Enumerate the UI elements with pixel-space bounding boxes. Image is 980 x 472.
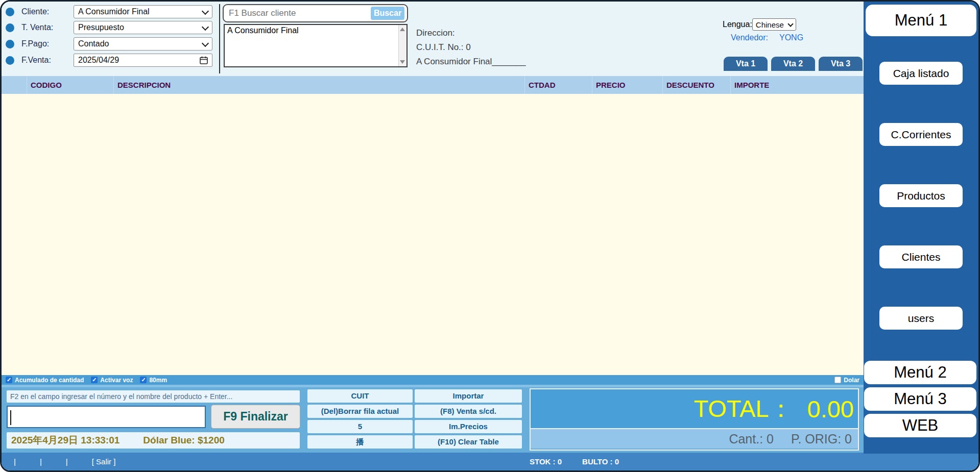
listbox-scrollbar[interactable] bbox=[398, 25, 407, 66]
status-separator: | bbox=[14, 453, 16, 470]
chevron-down-icon bbox=[202, 23, 209, 30]
col-importe: IMPORTE bbox=[731, 76, 864, 94]
items-table-body[interactable] bbox=[2, 94, 864, 375]
caja-listado-button[interactable]: Caja listado bbox=[879, 62, 963, 85]
80mm-label: 80mm bbox=[149, 377, 167, 384]
form-row-fventa: F.Venta: 2025/04/29 bbox=[6, 54, 212, 67]
im-precios-button[interactable]: Im.Precios bbox=[415, 420, 522, 433]
web-button[interactable]: WEB bbox=[864, 414, 976, 437]
dolar-checkbox[interactable] bbox=[834, 377, 841, 383]
datetime-text: 2025年4月29日 13:33:01 bbox=[11, 432, 119, 449]
col-selector bbox=[2, 76, 27, 94]
fventa-date-value: 2025/04/29 bbox=[78, 56, 119, 65]
sidebar: Menú 1 Caja listado C.Corrientes Product… bbox=[864, 2, 978, 454]
form-row-tventa: T. Venta: Presupuesto bbox=[6, 21, 212, 34]
cuit-button[interactable]: CUIT bbox=[307, 389, 413, 403]
menu1-button[interactable]: Menú 1 bbox=[866, 5, 976, 36]
form-row-cliente: Cliente: A Consumidor Final bbox=[6, 5, 212, 18]
client-result-item[interactable]: A Consumidor Final bbox=[225, 25, 407, 36]
bottom-panel: F2 en el campo ingresar el número y el n… bbox=[2, 387, 864, 453]
customer-info: Direccion: C.U.I.T. No.: 0 A Consumidor … bbox=[416, 26, 526, 69]
lengua-select[interactable]: Chinese bbox=[752, 18, 796, 31]
status-left: | | | [ Salir ] bbox=[14, 453, 115, 470]
action-button-grid: CUIT Importar (Del)Borrar fila actual (F… bbox=[307, 389, 522, 449]
ccorrientes-button[interactable]: C.Corrientes bbox=[879, 123, 963, 146]
status-separator: | bbox=[66, 453, 68, 470]
pos-window: Cliente: A Consumidor Final T. Venta: Pr… bbox=[0, 0, 980, 472]
clear-table-button[interactable]: (F10) Clear Table bbox=[415, 435, 522, 449]
items-table-header: CODIGO DESCRIPCION CTDAD PRECIO DESCUENT… bbox=[2, 76, 864, 94]
status-separator: | bbox=[40, 453, 42, 470]
datetime-bar: 2025年4月29日 13:33:01 Dólar Blue: $1200 bbox=[7, 432, 300, 449]
col-descuento: DESCUENTO bbox=[663, 76, 731, 94]
customer-name: A Consumidor Final_______ bbox=[416, 55, 526, 69]
dolar-blue-text: Dólar Blue: $1200 bbox=[143, 432, 224, 449]
cliente-label: Cliente: bbox=[21, 7, 74, 16]
cliente-select[interactable]: A Consumidor Final bbox=[74, 5, 212, 18]
dolar-label: Dolar bbox=[844, 377, 859, 384]
col-precio: PRECIO bbox=[592, 76, 663, 94]
status-bar: | | | [ Salir ] STOK : 0 BULTO : 0 bbox=[2, 453, 978, 470]
fpago-select-value: Contado bbox=[78, 39, 109, 48]
client-search-input[interactable] bbox=[226, 8, 371, 19]
acumulado-label: Acumulado de cantidad bbox=[15, 377, 84, 384]
porig-value: P. ORIG: 0 bbox=[791, 432, 852, 446]
cant-value: Cant.: 0 bbox=[729, 432, 774, 446]
stok-value: STOK : 0 bbox=[530, 453, 562, 470]
lengua-select-value: Chinese bbox=[756, 20, 784, 29]
acumulado-checkbox[interactable] bbox=[6, 377, 12, 383]
vendedor-value: YONG bbox=[779, 33, 803, 42]
total-panel: TOTAL： 0.00 Cant.: 0 P. ORIG: 0 bbox=[530, 388, 859, 451]
chevron-down-icon bbox=[202, 39, 209, 46]
options-strip: Acumulado de cantidad Activar voz 80mm D… bbox=[2, 375, 864, 385]
buscar-button[interactable]: Buscar bbox=[371, 7, 404, 20]
tab-vta-3[interactable]: Vta 3 bbox=[819, 57, 863, 71]
bo-button[interactable]: 播 bbox=[307, 435, 413, 449]
venta-scd-button[interactable]: (F8) Venta s/cd. bbox=[415, 405, 522, 418]
users-button[interactable]: users bbox=[879, 307, 963, 330]
80mm-checkbox[interactable] bbox=[140, 377, 147, 383]
tab-vta-2[interactable]: Vta 2 bbox=[771, 57, 815, 71]
tventa-label: T. Venta: bbox=[21, 23, 74, 32]
scroll-down-icon[interactable] bbox=[400, 60, 405, 64]
menu2-button[interactable]: Menú 2 bbox=[864, 361, 976, 384]
fventa-label: F.Venta: bbox=[21, 56, 74, 65]
calendar-icon[interactable] bbox=[200, 56, 208, 64]
total-label: TOTAL： bbox=[694, 393, 793, 425]
scroll-up-icon[interactable] bbox=[400, 28, 405, 31]
productos-button[interactable]: Productos bbox=[879, 184, 963, 207]
product-entry-hint: F2 en el campo ingresar el número y el n… bbox=[7, 390, 300, 403]
chevron-down-icon bbox=[202, 7, 209, 14]
col-codigo: CODIGO bbox=[27, 76, 114, 94]
importar-button[interactable]: Importar bbox=[415, 389, 522, 403]
menu3-button[interactable]: Menú 3 bbox=[864, 387, 976, 411]
cuit-label: C.U.I.T. No.: 0 bbox=[416, 40, 526, 55]
clientes-button[interactable]: Clientes bbox=[879, 245, 963, 268]
col-descripcion: DESCRIPCION bbox=[114, 76, 525, 94]
client-search-box: Buscar bbox=[223, 4, 408, 22]
blue-dot-icon bbox=[6, 23, 14, 32]
chevron-down-icon bbox=[787, 21, 793, 27]
fpago-select[interactable]: Contado bbox=[74, 37, 212, 51]
fpago-label: F.Pago: bbox=[21, 39, 74, 48]
blue-dot-icon bbox=[6, 56, 14, 65]
finalizar-button[interactable]: F9 Finalizar bbox=[211, 405, 300, 429]
product-entry-input[interactable] bbox=[7, 406, 206, 428]
text-caret bbox=[10, 410, 11, 425]
cinco-button[interactable]: 5 bbox=[307, 420, 413, 433]
tab-vta-1[interactable]: Vta 1 bbox=[724, 57, 768, 71]
client-results-listbox[interactable]: A Consumidor Final bbox=[224, 24, 408, 67]
status-middle: STOK : 0 BULTO : 0 bbox=[530, 453, 619, 470]
activar-voz-checkbox[interactable] bbox=[91, 377, 98, 383]
total-value: 0.00 bbox=[807, 395, 854, 423]
borrar-fila-button[interactable]: (Del)Borrar fila actual bbox=[307, 405, 413, 418]
fventa-date-input[interactable]: 2025/04/29 bbox=[74, 54, 212, 67]
lengua-row: Lengua: Chinese bbox=[723, 18, 796, 31]
tventa-select[interactable]: Presupuesto bbox=[74, 21, 212, 34]
activar-voz-label: Activar voz bbox=[100, 377, 133, 384]
salir-link[interactable]: [ Salir ] bbox=[92, 453, 116, 470]
total-subinfo: Cant.: 0 P. ORIG: 0 bbox=[531, 428, 858, 449]
tventa-select-value: Presupuesto bbox=[78, 23, 124, 32]
blue-dot-icon bbox=[6, 8, 14, 16]
dolar-group: Dolar bbox=[834, 377, 859, 384]
